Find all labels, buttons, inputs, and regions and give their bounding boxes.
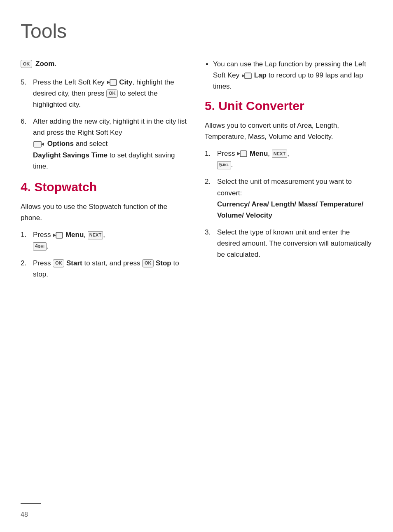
s5-step2-num: 2. — [205, 176, 215, 221]
s4-step2-content: Press OK Start to start, and press OK St… — [33, 258, 188, 280]
key-next-s4: NEXT — [88, 231, 103, 239]
step-5-num: 5. — [21, 77, 30, 110]
s4-step1-num: 1. — [21, 229, 30, 251]
ok-key-zoom: OK — [21, 60, 32, 68]
step-5-content: Press the Left Soft Key City, highlight … — [33, 77, 188, 110]
svg-rect-0 — [110, 80, 117, 85]
right-soft-key-icon — [33, 141, 45, 148]
right-column: You can use the Lap function by pressing… — [205, 59, 372, 286]
step5-text: Press the Left Soft Key — [33, 78, 105, 86]
zoom-label: Zoom. — [35, 59, 56, 69]
s5-step1-menu: Menu — [250, 150, 268, 157]
svg-marker-5 — [53, 234, 56, 237]
svg-marker-1 — [107, 81, 110, 84]
s4-bold-stop: Stop — [156, 259, 171, 267]
svg-marker-3 — [41, 143, 44, 146]
s5-step3-num: 3. — [205, 227, 215, 260]
s5-units: Currency/ Area/ Length/ Mass/ Temperatur… — [217, 200, 363, 219]
s5-step2: 2. Select the unit of measurement you wa… — [205, 176, 372, 221]
s5-step1: 1. Press Menu, NEXT, 5JKL. — [205, 148, 372, 170]
step5-bold: City — [119, 78, 132, 86]
key-4-s4: 4GHI — [33, 242, 47, 251]
svg-marker-7 — [242, 74, 245, 77]
s5-step1-num: 1. — [205, 148, 215, 170]
s5-step3-content: Select the type of known unit and enter … — [217, 227, 372, 260]
s5-step3: 3. Select the type of known unit and ent… — [205, 227, 372, 260]
s4-step1: 1. Press Menu, NEXT, 4GHI. — [21, 229, 188, 251]
zoom-line: OK Zoom. — [21, 59, 188, 69]
section4-heading: 4. Stopwatch — [21, 178, 188, 196]
ok-key-s4-stop: OK — [142, 259, 154, 267]
bullet-list: You can use the Lap function by pressing… — [213, 59, 372, 92]
svg-rect-4 — [56, 232, 63, 238]
s5-step1-content: Press Menu, NEXT, 5JKL. — [217, 148, 372, 170]
key-next-s5: NEXT — [272, 150, 287, 158]
page-title: Tools — [21, 16, 372, 46]
section5-heading: 5. Unit Converter — [205, 96, 372, 115]
bullet-lap-bold: Lap — [254, 71, 267, 79]
step6-bold1: Options — [47, 140, 74, 148]
svg-rect-6 — [245, 73, 251, 79]
page-number: 48 — [21, 510, 28, 520]
s4-bold-start: Start — [66, 259, 82, 267]
left-column: OK Zoom. 5. Press the Left Soft Key City… — [21, 59, 188, 286]
section4-intro: Allows you to use the Stopwatch function… — [21, 201, 188, 223]
menu-soft-key-icon — [53, 232, 63, 239]
s4-step2-num: 2. — [21, 258, 30, 280]
s4-step1-content: Press Menu, NEXT, 4GHI. — [33, 229, 188, 251]
step-6: 6. After adding the new city, highlight … — [21, 116, 188, 172]
ok-key-s4-start: OK — [53, 259, 64, 267]
page-divider — [21, 503, 41, 504]
svg-rect-8 — [240, 151, 247, 157]
ok-key-step5: OK — [106, 89, 118, 98]
svg-rect-2 — [34, 141, 41, 147]
s4-step2: 2. Press OK Start to start, and press OK… — [21, 258, 188, 280]
step-6-num: 6. — [21, 116, 30, 172]
menu-soft-key-s5 — [237, 150, 248, 157]
bullet-lap: You can use the Lap function by pressing… — [213, 59, 372, 92]
svg-marker-9 — [237, 152, 240, 155]
section5-intro: Allows you to convert units of Area, Len… — [205, 120, 372, 142]
step-5: 5. Press the Left Soft Key City, highlig… — [21, 77, 188, 110]
left-soft-key-icon — [107, 79, 117, 86]
lap-soft-key-icon — [241, 72, 252, 80]
step6-bold2: Daylight Savings Time — [33, 151, 108, 159]
s5-step2-content: Select the unit of measurement you want … — [217, 176, 372, 221]
step-6-content: After adding the new city, highlight it … — [33, 116, 188, 172]
key-5-s5: 5JKL — [217, 161, 231, 169]
s4-step1-menu: Menu — [66, 231, 84, 239]
